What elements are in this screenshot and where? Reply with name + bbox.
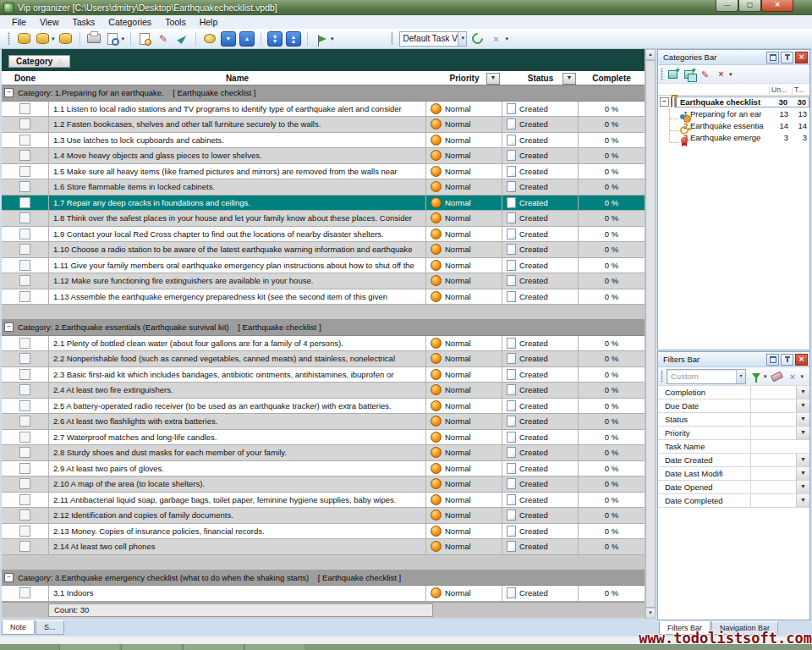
done-checkbox[interactable]	[19, 244, 30, 255]
done-checkbox[interactable]	[19, 541, 30, 552]
collapse-group-icon[interactable]: −	[4, 573, 14, 582]
edit-task-icon[interactable]: ✎	[156, 31, 171, 47]
show-completed-icon[interactable]	[202, 31, 217, 47]
done-checkbox[interactable]	[19, 212, 30, 223]
collapse-tree-icon[interactable]: −	[660, 97, 669, 107]
new-category-icon[interactable]	[667, 69, 679, 80]
done-checkbox[interactable]	[19, 291, 30, 302]
done-checkbox[interactable]	[19, 400, 30, 411]
done-checkbox[interactable]	[19, 135, 30, 146]
delete-category-icon[interactable]: ×	[715, 69, 727, 80]
task-row[interactable]: 3.1 IndoorsNormalCreated0 %	[2, 586, 645, 602]
filter-dropdown-button[interactable]: ▼	[796, 494, 809, 507]
done-checkbox[interactable]	[19, 587, 30, 598]
minimize-button[interactable]: —	[716, 0, 738, 12]
column-header-total[interactable]: T...	[792, 85, 809, 94]
task-row[interactable]: 1.2 Fasten bookcases, shelves and other …	[2, 117, 645, 133]
toolbar-handle[interactable]	[8, 32, 10, 45]
task-row[interactable]: 1.10 Choose a radio station to be aware …	[2, 242, 645, 258]
filter-value-field[interactable]	[751, 399, 796, 412]
done-checkbox[interactable]	[19, 447, 30, 458]
task-row[interactable]: 1.8 Think over the safest places in your…	[2, 211, 645, 227]
task-row[interactable]: 2.13 Money. Copies of insurance policies…	[2, 524, 645, 540]
task-row[interactable]: 2.4 At least two fire extinguishers.Norm…	[2, 383, 645, 399]
open-database-icon[interactable]	[35, 31, 50, 47]
done-checkbox[interactable]	[19, 229, 30, 240]
task-row[interactable]: 1.7 Repair any deep cracks in foundation…	[2, 196, 645, 212]
clear-filter-icon[interactable]	[771, 371, 783, 383]
add-task-icon[interactable]	[137, 31, 152, 47]
filter-preset-combo[interactable]: Custom ▾	[667, 369, 746, 384]
column-header-complete[interactable]: Complete	[579, 71, 645, 85]
menu-item-view[interactable]: View	[33, 16, 66, 28]
scrollbar-thumb[interactable]	[645, 60, 656, 608]
done-checkbox[interactable]	[19, 416, 30, 427]
task-row[interactable]: 2.14 At least two cell phonesNormalCreat…	[2, 539, 645, 555]
flag-overflow-caret[interactable]: ▾	[331, 36, 334, 42]
task-view-combo[interactable]: Default Task V ▾	[399, 31, 467, 47]
view-overflow-caret[interactable]: ▾	[506, 36, 509, 42]
done-checkbox[interactable]	[19, 478, 30, 489]
move-up-button[interactable]: ▲	[239, 31, 255, 47]
done-checkbox[interactable]	[19, 353, 30, 364]
task-row[interactable]: 2.8 Sturdy shoes and dust masks for each…	[2, 445, 645, 461]
new-subcategory-icon[interactable]	[683, 69, 695, 80]
task-row[interactable]: 1.4 Move heavy objects and glass pieces …	[2, 148, 645, 164]
task-row[interactable]: 1.3 Use latches to lock cupboards and ca…	[2, 133, 645, 149]
column-header-status[interactable]: Status ▼	[502, 71, 579, 85]
filter-dropdown-button[interactable]: ▼	[796, 467, 809, 480]
done-checkbox[interactable]	[19, 494, 30, 505]
close-button[interactable]: ✕	[761, 0, 793, 12]
done-checkbox[interactable]	[19, 103, 30, 114]
task-row[interactable]: 1.5 Make sure all heavy items (like fram…	[2, 164, 645, 180]
task-row[interactable]: 2.2 Nonperishable food (such as canned v…	[2, 351, 645, 367]
menu-item-categories[interactable]: Categories	[102, 16, 158, 28]
done-checkbox[interactable]	[19, 260, 30, 271]
edit-category-icon[interactable]: ✎	[699, 69, 711, 80]
move-to-bottom-button[interactable]: ▼▼	[267, 31, 283, 47]
print-icon[interactable]	[86, 31, 102, 47]
flag-icon[interactable]	[314, 31, 329, 47]
filters-overflow-caret[interactable]: ▾	[801, 373, 804, 380]
task-view-combo-caret[interactable]: ▾	[458, 32, 467, 46]
category-tree-item[interactable]: 1.Preparing for an ear1313	[658, 107, 809, 119]
task-row[interactable]: 1.12 Make sure functioning fire extingui…	[2, 273, 645, 289]
filters-restore-button[interactable]	[766, 354, 779, 366]
menu-item-tasks[interactable]: Tasks	[66, 16, 102, 28]
filter-dropdown-button[interactable]: ▼	[796, 454, 809, 466]
categories-close-button[interactable]: ✕	[795, 52, 808, 63]
apply-filter-caret[interactable]: ▾	[764, 373, 767, 380]
done-checkbox[interactable]	[19, 510, 30, 521]
filter-dropdown-button[interactable]: ▼	[796, 427, 809, 439]
done-checkbox[interactable]	[19, 369, 30, 380]
move-down-button[interactable]: ▼	[221, 31, 236, 47]
filter-dropdown-button[interactable]: ▼	[796, 481, 809, 493]
filter-value-field[interactable]	[751, 481, 796, 493]
done-checkbox[interactable]	[19, 338, 30, 349]
done-checkbox[interactable]	[19, 275, 30, 286]
task-row[interactable]: 2.5 A battery-operated radio receiver (t…	[2, 399, 645, 415]
done-checkbox[interactable]	[19, 181, 30, 192]
group-row[interactable]: −Category: 1.Preparing for an earthquake…	[2, 85, 645, 102]
move-to-top-button[interactable]: ▲▲	[286, 31, 301, 47]
category-tree-item[interactable]: −Earthquake checklist3030	[658, 96, 809, 107]
menu-item-tools[interactable]: Tools	[158, 16, 193, 28]
priority-filter-button[interactable]: ▼	[486, 73, 500, 85]
collapse-group-icon[interactable]: −	[4, 88, 14, 97]
filter-dropdown-button[interactable]: ▼	[796, 386, 809, 399]
print-overflow-caret[interactable]: ▾	[122, 36, 125, 42]
done-checkbox[interactable]	[19, 432, 30, 443]
done-checkbox[interactable]	[19, 118, 30, 129]
save-database-icon[interactable]	[58, 31, 74, 47]
group-by-chip-category[interactable]: Category △	[8, 55, 70, 68]
filter-dropdown-button[interactable]: ▼	[796, 413, 809, 426]
column-header-priority[interactable]: Priority ▼	[426, 71, 502, 85]
filter-value-field[interactable]	[751, 467, 796, 480]
task-row[interactable]: 1.13 Assemble the earthquake emergency p…	[2, 289, 645, 306]
task-row[interactable]: 1.6 Store flammable items in locked cabi…	[2, 179, 645, 196]
status-filter-button[interactable]: ▼	[562, 73, 576, 85]
maximize-button[interactable]: ▢	[738, 0, 761, 12]
view-toolbar-handle[interactable]	[391, 32, 393, 45]
filter-value-field[interactable]	[751, 454, 796, 466]
filter-value-field[interactable]	[751, 440, 809, 453]
